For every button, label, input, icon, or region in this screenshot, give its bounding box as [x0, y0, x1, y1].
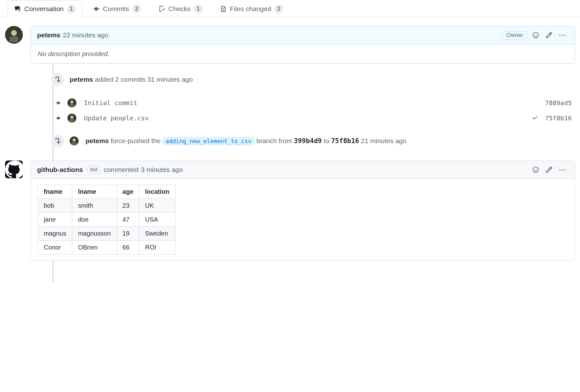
comment-box: github-actions bot commented 3 minutes a…	[30, 161, 575, 261]
tab-checks[interactable]: Checks 1	[152, 0, 209, 17]
avatar[interactable]	[67, 114, 76, 123]
commit-sha[interactable]: 75f8b16	[545, 114, 575, 122]
tab-label: Conversation	[24, 5, 64, 13]
file-diff-icon	[220, 5, 227, 12]
commit-sha[interactable]: 7889ad5	[545, 99, 575, 107]
push-icon	[51, 73, 65, 86]
tab-label: Files changed	[230, 5, 271, 13]
comment-action: commented	[104, 166, 138, 174]
svg-point-17	[537, 169, 537, 169]
table-cell: 19	[117, 227, 139, 241]
svg-point-3	[533, 32, 539, 38]
event-text: to	[324, 137, 329, 144]
table-cell: UK	[139, 199, 175, 213]
commit-message[interactable]: Initial commit	[84, 99, 137, 107]
table-cell: Conor	[38, 241, 72, 255]
avatar[interactable]	[70, 136, 79, 145]
tab-counter: 1	[67, 4, 76, 13]
svg-point-1	[11, 30, 17, 36]
tab-commits[interactable]: Commits 2	[86, 0, 148, 17]
event-author[interactable]: petems	[70, 76, 93, 83]
event-time[interactable]: 31 minutes ago	[147, 76, 193, 83]
event-text: branch from	[257, 137, 292, 144]
comment-author[interactable]: petems	[37, 31, 61, 39]
commit-sha[interactable]: 399b4d9	[294, 137, 322, 145]
table-cell: smith	[72, 199, 117, 213]
kebab-icon[interactable]: ···	[557, 165, 568, 175]
pencil-icon[interactable]	[544, 165, 554, 174]
table-cell: OBrien	[72, 241, 117, 255]
tab-conversation[interactable]: Conversation 1	[8, 0, 82, 17]
commit-message[interactable]: Update people.csv	[84, 114, 149, 122]
git-commit-icon	[93, 5, 100, 12]
branch-tag[interactable]: adding_new_element_to_csv	[163, 137, 255, 145]
tab-counter: 1	[194, 4, 203, 13]
timeline-event-force-push: petems force-pushed the adding_new_eleme…	[5, 134, 575, 148]
table-cell: doe	[72, 213, 117, 227]
svg-rect-8	[69, 104, 74, 107]
table-row: ConorOBrien66ROI	[38, 241, 175, 255]
table-cell: USA	[139, 213, 175, 227]
avatar[interactable]	[5, 161, 23, 178]
checklist-icon	[158, 5, 165, 12]
event-author[interactable]: petems	[86, 137, 109, 144]
svg-rect-14	[72, 142, 77, 145]
table-cell: magnusson	[72, 227, 117, 241]
commit-row: Update people.csv75f8b16	[51, 111, 575, 126]
csv-table: fnamelnameagelocation bobsmith23UKjanedo…	[38, 185, 175, 255]
commit-sha[interactable]: 75f8b16	[331, 137, 359, 145]
comment-time[interactable]: 3 minutes ago	[141, 166, 183, 174]
comment-time[interactable]: 22 minutes ago	[63, 31, 109, 39]
table-cell: jane	[38, 213, 72, 227]
svg-point-15	[533, 167, 539, 173]
timeline-event-commits-added: petems added 2 commits 31 minutes ago	[5, 73, 575, 86]
svg-rect-2	[10, 36, 18, 42]
check-success-icon	[532, 114, 538, 122]
avatar[interactable]	[5, 26, 23, 44]
tab-counter: 2	[274, 4, 283, 13]
bot-badge: bot	[87, 166, 101, 174]
svg-point-16	[534, 169, 535, 169]
owner-badge: Owner	[501, 31, 528, 40]
comment-author[interactable]: github-actions	[37, 166, 83, 174]
commit-list: Initial commit7889ad5Update people.csv75…	[51, 95, 575, 126]
table-header: age	[117, 185, 139, 199]
svg-point-7	[70, 100, 73, 104]
table-cell: Sweden	[139, 227, 175, 241]
smiley-icon[interactable]	[530, 165, 541, 174]
svg-point-5	[537, 34, 537, 35]
table-row: janedoe47USA	[38, 213, 175, 227]
table-cell: bob	[38, 199, 72, 213]
event-action: added 2 commits	[95, 76, 145, 83]
avatar[interactable]	[67, 98, 76, 107]
table-cell: 47	[117, 213, 139, 227]
table-cell: ROI	[139, 241, 175, 255]
pencil-icon[interactable]	[544, 30, 554, 40]
table-cell: magnus	[38, 227, 72, 241]
commit-row: Initial commit7889ad5	[51, 95, 575, 111]
smiley-icon[interactable]	[530, 30, 541, 40]
push-icon	[51, 134, 65, 148]
svg-point-4	[534, 34, 535, 35]
git-commit-icon	[55, 115, 62, 122]
tab-label: Checks	[169, 5, 191, 13]
comment-discussion-icon	[14, 5, 21, 12]
comment-body-text: No description provided.	[38, 50, 109, 57]
event-text: force-pushed the	[111, 137, 161, 144]
comment-box: petems 22 minutes ago Owner ··· No descr…	[30, 26, 575, 64]
svg-rect-11	[69, 119, 74, 122]
git-commit-icon	[55, 99, 62, 106]
table-header: lname	[72, 185, 117, 199]
event-time[interactable]: 21 minutes ago	[361, 137, 407, 144]
table-row: magnusmagnusson19Sweden	[38, 227, 175, 241]
tab-files-changed[interactable]: Files changed 2	[213, 0, 290, 17]
table-header: fname	[38, 185, 72, 199]
kebab-icon[interactable]: ···	[557, 30, 568, 40]
table-cell: 23	[117, 199, 139, 213]
tab-counter: 2	[132, 4, 141, 13]
table-header: location	[139, 185, 175, 199]
table-row: bobsmith23UK	[38, 199, 175, 213]
table-cell: 66	[117, 241, 139, 255]
svg-point-13	[73, 138, 76, 142]
pr-tabs: Conversation 1 Commits 2 Checks 1 Files …	[0, 0, 580, 17]
